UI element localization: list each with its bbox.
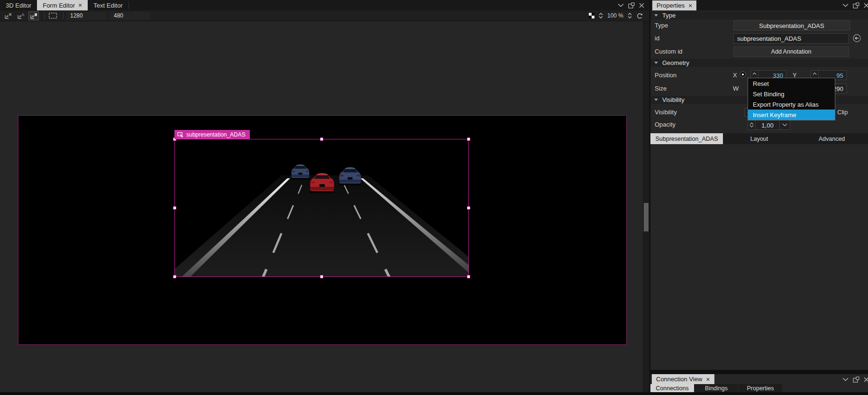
resize-handle-top-center[interactable] bbox=[320, 138, 323, 141]
resize-handle-bottom-center[interactable] bbox=[320, 275, 323, 278]
panel-separator bbox=[650, 370, 868, 374]
menu-item-set-binding[interactable]: Set Binding bbox=[748, 89, 835, 99]
float-window-icon[interactable] bbox=[853, 377, 859, 383]
section-header-type[interactable]: Type bbox=[650, 11, 868, 19]
add-annotation-button[interactable]: Add Annotation bbox=[733, 46, 849, 57]
section-title: Visibility bbox=[662, 96, 685, 103]
menu-item-export-property-as-alias[interactable]: Export Property as Alias bbox=[748, 99, 835, 110]
tab-label: Connections bbox=[656, 385, 689, 392]
button-label: Add Annotation bbox=[771, 48, 812, 55]
tab-properties[interactable]: Properties × bbox=[652, 0, 696, 10]
form-editor-toolbar: A 100 % bbox=[0, 10, 650, 21]
tab-label: Properties bbox=[657, 2, 685, 9]
position-label: Position bbox=[655, 72, 676, 79]
tab-connection-properties[interactable]: Properties bbox=[739, 384, 782, 393]
divider bbox=[44, 12, 45, 19]
section-header-geometry[interactable]: Geometry bbox=[650, 59, 868, 67]
chevron-down-icon[interactable] bbox=[842, 3, 849, 7]
type-label: Type bbox=[655, 22, 668, 29]
resize-handle-middle-left[interactable] bbox=[173, 206, 176, 210]
bottom-bar bbox=[0, 392, 868, 395]
reset-zoom-icon[interactable] bbox=[636, 13, 643, 19]
tab-text-editor[interactable]: Text Editor bbox=[88, 0, 128, 10]
properties-panel: Properties × Type Type Subpresentation_A… bbox=[650, 0, 868, 395]
canvas-width-field[interactable] bbox=[66, 12, 106, 20]
close-icon[interactable] bbox=[864, 3, 868, 8]
close-icon[interactable]: × bbox=[688, 2, 692, 9]
close-icon[interactable] bbox=[639, 3, 644, 8]
tab-connections[interactable]: Connections bbox=[650, 384, 694, 393]
collapse-triangle-icon[interactable] bbox=[654, 62, 658, 64]
show-bounding-rectangles-icon[interactable] bbox=[47, 11, 58, 20]
x-axis-label: X bbox=[733, 72, 737, 79]
tab-label: Text Editor bbox=[93, 2, 122, 9]
tab-bindings[interactable]: Bindings bbox=[694, 384, 738, 393]
divider bbox=[63, 12, 64, 19]
menu-item-reset[interactable]: Reset bbox=[748, 78, 835, 89]
snap-with-anchors-icon[interactable]: A bbox=[16, 11, 26, 20]
editor-tabbar: 3D Editor Form Editor × Text Editor bbox=[0, 0, 650, 10]
connection-view-tabs: Connections Bindings Properties bbox=[650, 384, 783, 393]
tab-subpresentation-adas[interactable]: Subpresentation_ADAS bbox=[650, 133, 723, 144]
tab-form-editor[interactable]: Form Editor × bbox=[37, 0, 88, 10]
opacity-value[interactable]: 1,00 bbox=[756, 120, 779, 129]
opacity-label: Opacity bbox=[655, 121, 676, 128]
connection-view-pane-buttons bbox=[842, 374, 868, 385]
chevron-down-icon[interactable] bbox=[842, 377, 849, 381]
form-editor-pane-buttons bbox=[618, 0, 644, 10]
chevron-down-icon[interactable] bbox=[618, 3, 624, 7]
dropdown-chevron-icon[interactable] bbox=[779, 120, 790, 129]
vertical-scrollbar[interactable] bbox=[643, 21, 649, 392]
close-icon[interactable] bbox=[864, 377, 868, 382]
resize-handle-middle-right[interactable] bbox=[467, 206, 470, 210]
snap-to-items-icon[interactable] bbox=[28, 11, 39, 20]
clip-label: Clip bbox=[837, 109, 848, 116]
resize-handle-top-right[interactable] bbox=[467, 138, 470, 141]
context-menu: Reset Set Binding Export Property as Ali… bbox=[748, 78, 835, 120]
opacity-spinbox[interactable]: 1,00 bbox=[748, 120, 790, 130]
tab-label: Layout bbox=[750, 136, 768, 142]
size-label: Size bbox=[655, 85, 667, 92]
collapse-triangle-icon[interactable] bbox=[654, 99, 658, 101]
section-title: Type bbox=[662, 12, 676, 19]
type-value: Subpresentation_ADAS bbox=[759, 22, 824, 29]
tab-label: Bindings bbox=[705, 385, 728, 392]
no-snapping-icon[interactable] bbox=[3, 11, 13, 20]
properties-empty-area bbox=[650, 144, 868, 370]
close-icon[interactable]: × bbox=[78, 2, 82, 9]
tab-layout[interactable]: Layout bbox=[723, 133, 795, 144]
selection-rectangle[interactable] bbox=[174, 139, 469, 277]
float-window-icon[interactable] bbox=[853, 2, 859, 9]
id-input[interactable] bbox=[733, 33, 849, 44]
visibility-label: Visibility bbox=[655, 109, 677, 116]
zoom-stepper-icon[interactable] bbox=[628, 13, 632, 18]
tab-label: 3D Editor bbox=[6, 2, 31, 9]
resize-handle-bottom-left[interactable] bbox=[173, 275, 176, 278]
scrollbar-thumb[interactable] bbox=[644, 203, 649, 231]
float-window-icon[interactable] bbox=[628, 2, 635, 9]
spin-up-down-icon[interactable] bbox=[748, 120, 756, 129]
tab-connection-view[interactable]: Connection View × bbox=[652, 374, 714, 384]
properties-pane-buttons bbox=[842, 0, 868, 10]
reset-id-icon[interactable] bbox=[852, 34, 861, 43]
tab-advanced[interactable]: Advanced bbox=[795, 133, 868, 144]
tab-3d-editor[interactable]: 3D Editor bbox=[0, 0, 37, 10]
type-value-field[interactable]: Subpresentation_ADAS bbox=[733, 20, 850, 31]
zoom-controls: 100 % bbox=[589, 12, 643, 19]
canvas-background-toggle-icon[interactable] bbox=[589, 13, 594, 18]
selection-label[interactable]: subpresentation_ADAS bbox=[174, 130, 250, 139]
tab-label: Properties bbox=[747, 385, 774, 392]
collapse-triangle-icon[interactable] bbox=[654, 14, 658, 17]
zoom-level[interactable]: 100 % bbox=[607, 12, 623, 19]
resize-handle-bottom-right[interactable] bbox=[467, 275, 470, 278]
id-label: id bbox=[655, 35, 659, 42]
canvas-height-field[interactable] bbox=[110, 12, 150, 20]
row-type: Type Subpresentation_ADAS bbox=[650, 19, 868, 32]
row-custom-id: Custom id Add Annotation bbox=[650, 46, 868, 58]
menu-item-insert-keyframe[interactable]: Insert Keyframe bbox=[748, 110, 835, 120]
tab-label: Advanced bbox=[819, 136, 845, 142]
item-select-icon bbox=[177, 132, 183, 138]
close-icon[interactable]: × bbox=[706, 376, 710, 383]
action-indicator-icon[interactable] bbox=[740, 71, 746, 78]
zoom-stepper-icon[interactable] bbox=[599, 13, 603, 18]
